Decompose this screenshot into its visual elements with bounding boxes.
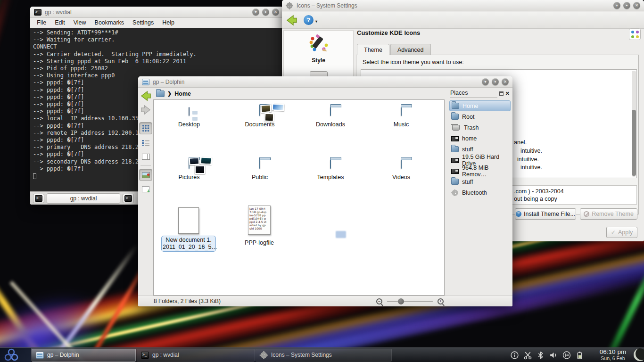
terminal-cursor	[33, 173, 36, 179]
menu-item[interactable]: File	[37, 19, 46, 26]
tab-theme[interactable]: Theme	[357, 44, 389, 55]
clock-date: Sun, 6 Feb	[595, 356, 631, 362]
place-icon	[452, 125, 460, 131]
tab-advanced[interactable]: Advanced	[390, 44, 431, 55]
maximize-button[interactable]	[492, 78, 499, 85]
ppp-logfile-label[interactable]: PPP-logfile	[238, 239, 281, 246]
konsole-titlebar[interactable]: gp : wvdial	[30, 7, 283, 18]
konsole-tab[interactable]: gp : wvdial	[47, 193, 120, 204]
home-folder-icon[interactable]	[156, 90, 165, 97]
close-button[interactable]	[272, 8, 279, 16]
folder-icon	[401, 107, 402, 116]
gear-icon	[286, 2, 293, 9]
folder-item[interactable]: Templates	[317, 157, 344, 210]
place-icon	[451, 189, 459, 196]
places-item[interactable]: Trash	[449, 122, 511, 133]
folder-label: Downloads	[316, 121, 345, 128]
list-scrollbar-thumb[interactable]	[632, 110, 636, 176]
preview-button[interactable]	[139, 169, 152, 181]
menu-item[interactable]: Edit	[55, 19, 65, 26]
float-panel-icon[interactable]	[499, 91, 504, 96]
taskbar: gp – Dolphin gp : wvdial Icons – System …	[0, 347, 644, 362]
app-launcher-button[interactable]	[0, 348, 31, 362]
ppp-logfile-icon[interactable]: Jan 17 09:4 7:18 gp-Asp ire-5738 pp pd[1…	[248, 206, 271, 235]
info-icon[interactable]	[510, 351, 519, 360]
menu-item[interactable]: Settings	[132, 19, 154, 26]
split-view-button[interactable]	[139, 183, 152, 195]
zoom-slider[interactable]	[387, 301, 433, 302]
folder-item[interactable]: Music	[394, 105, 409, 157]
task-label: Icons – System Settings	[271, 352, 332, 358]
close-panel-icon[interactable]: ✕	[505, 90, 510, 97]
folder-item[interactable]: Documents	[245, 105, 274, 157]
places-panel: Places ✕ Home Root	[449, 89, 511, 296]
maximize-button[interactable]	[623, 2, 630, 9]
klipper-scissors-icon[interactable]	[523, 351, 532, 360]
file-view[interactable]: Desktop Documents Downloads	[153, 99, 445, 296]
minimize-button[interactable]	[252, 8, 259, 16]
status-text: 8 Folders, 2 Files (3.3 KiB)	[154, 298, 221, 304]
clock[interactable]: 06:10 pm Sun, 6 Feb	[595, 349, 631, 361]
syssettings-toolbar: ?	[282, 12, 644, 29]
folder-item[interactable]: Public	[252, 157, 268, 210]
columns-view-button[interactable]	[139, 150, 152, 163]
places-item[interactable]: home	[449, 133, 511, 144]
taskbar-task[interactable]: gp : wvdial	[137, 349, 255, 362]
task-icon	[36, 352, 44, 359]
menu-item[interactable]: Bookmarks	[95, 19, 124, 26]
install-theme-button[interactable]: Install Theme File...	[515, 208, 576, 220]
close-button[interactable]	[633, 2, 640, 9]
back-icon	[140, 90, 152, 101]
icons-view-button[interactable]	[139, 122, 152, 134]
status-bar: 8 Folders, 2 Files (3.3 KiB) − +	[138, 296, 512, 306]
battery-icon[interactable]	[576, 351, 584, 360]
minimize-button[interactable]	[482, 78, 489, 85]
taskbar-task[interactable]: gp – Dolphin	[32, 349, 136, 362]
places-item[interactable]: Home	[449, 100, 511, 111]
new-tab-button[interactable]	[33, 194, 44, 203]
zoom-in-icon[interactable]: +	[438, 298, 444, 304]
menu-item[interactable]: View	[74, 19, 86, 26]
breadcrumb-home[interactable]: Home	[174, 90, 191, 97]
details-view-button[interactable]	[139, 136, 152, 148]
help-icon[interactable]: ?	[304, 15, 314, 25]
tabs: Theme Advanced	[357, 44, 432, 55]
menu-item[interactable]: Help	[162, 19, 174, 26]
forward-icon	[140, 105, 151, 115]
maximize-button[interactable]	[262, 8, 269, 16]
place-label: Home	[462, 103, 478, 109]
places-item[interactable]: Bluetooth	[449, 187, 511, 198]
usb-device-notifier-icon[interactable]	[562, 351, 571, 360]
syssettings-title: Icons – System Settings	[297, 2, 357, 9]
forward-button[interactable]	[139, 104, 152, 116]
selected-file-label[interactable]: New document 1. 2011_01_20_16_5…	[161, 236, 216, 252]
minimize-button[interactable]	[613, 2, 620, 9]
folder-item[interactable]: Videos	[392, 157, 410, 210]
new-document-file-icon[interactable]	[178, 207, 199, 234]
task-icon	[260, 352, 268, 359]
apply-button[interactable]: Apply	[606, 227, 637, 238]
volume-icon[interactable]	[549, 351, 558, 360]
terminal-icon	[124, 195, 132, 202]
terminal-line: --> Waiting for carrier.	[33, 36, 280, 43]
places-item[interactable]: Root	[449, 111, 511, 122]
taskbar-task[interactable]: Icons – System Settings	[256, 349, 392, 362]
back-button[interactable]	[139, 90, 152, 102]
folder-item[interactable]: Pictures	[178, 157, 199, 210]
place-icon	[451, 136, 459, 141]
remove-theme-button[interactable]: Remove Theme	[580, 208, 637, 220]
syssettings-titlebar[interactable]: Icons – System Settings	[282, 0, 644, 11]
dolphin-titlebar[interactable]: gp – Dolphin	[138, 76, 512, 88]
folder-item[interactable]: Downloads	[316, 105, 345, 157]
places-item[interactable]: 964.8 MiB Remov…	[449, 165, 511, 176]
tab-action-button[interactable]	[123, 194, 134, 203]
plasma-toolbox-cashew-icon[interactable]	[634, 348, 644, 361]
places-item[interactable]: stuff	[449, 176, 511, 187]
zoom-out-icon[interactable]: −	[376, 298, 382, 304]
zoom-slider-handle[interactable]	[398, 298, 404, 304]
bluetooth-icon[interactable]	[537, 351, 545, 360]
folder-item[interactable]: Desktop	[178, 105, 200, 157]
close-button[interactable]	[502, 78, 509, 85]
back-icon[interactable]	[286, 15, 298, 26]
cursor-artifact	[336, 231, 346, 238]
